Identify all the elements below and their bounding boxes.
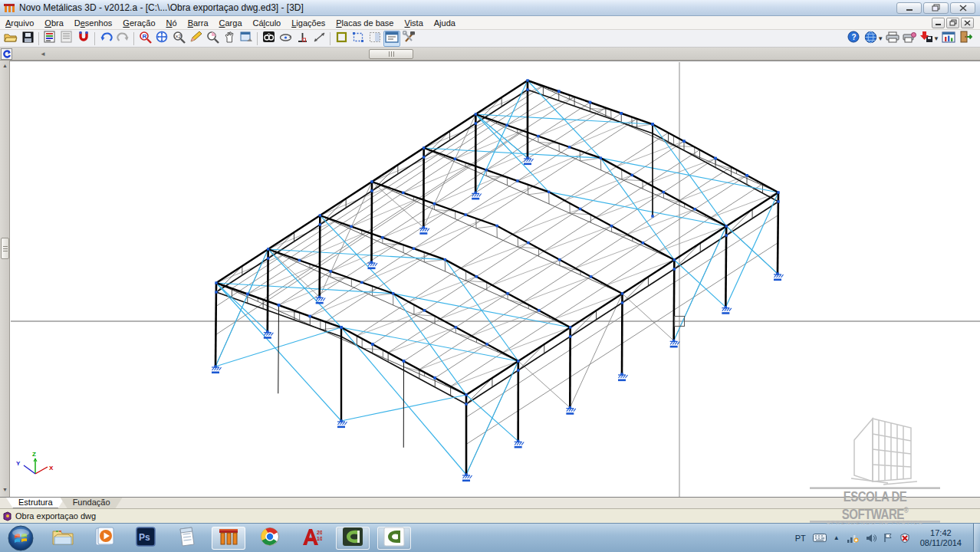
redraw-pencil-button[interactable] [187, 31, 204, 47]
taskbar-metalicas-3d[interactable] [212, 527, 245, 550]
system-tray: PT ▲ 17:42 08/11/2014 [795, 524, 980, 552]
camtasia-2-icon [383, 527, 405, 550]
clock[interactable]: 17:42 08/11/2014 [920, 528, 962, 548]
project-book-icon [2, 511, 12, 521]
menu-arquivo[interactable]: Arquivo [0, 18, 39, 28]
window-title: Novo Metálicas 3D - v2012.a - [C:\...\Ob… [19, 2, 304, 13]
previous-view-icon [240, 31, 253, 46]
undo-icon [100, 31, 113, 46]
taskbar-autocad[interactable]: 2010 [294, 527, 328, 550]
frame-square-button[interactable] [333, 31, 350, 47]
horizontal-scroll-thumb[interactable] [369, 49, 413, 59]
menu-cálculo[interactable]: Cálculo [248, 18, 287, 28]
menu-vista[interactable]: Vista [400, 18, 429, 28]
language-indicator[interactable]: PT [795, 534, 806, 543]
pan-hand-button[interactable] [221, 31, 238, 47]
taskbar-camtasia-2[interactable] [377, 527, 411, 550]
magnet-button[interactable] [75, 31, 92, 47]
network-icon[interactable] [847, 534, 859, 543]
child-minimize-button[interactable] [932, 18, 945, 28]
web-globe-dropdown-arrow[interactable]: ▼ [877, 35, 883, 42]
print-capture-button[interactable] [901, 31, 918, 47]
menu-obra[interactable]: Obra [39, 18, 68, 28]
search-binoculars-button[interactable] [260, 31, 277, 47]
child-restore-button[interactable] [946, 18, 959, 28]
action-center-flag-icon[interactable] [883, 533, 893, 543]
frame-square-icon [336, 31, 347, 46]
start-button[interactable] [6, 524, 35, 552]
zoom-extents-button[interactable] [153, 31, 170, 47]
vertical-scroll-thumb[interactable] [1, 238, 9, 259]
tab-estrutura[interactable]: Estrutura [6, 498, 65, 508]
tools-hammer-button[interactable] [400, 31, 417, 47]
help-icon: ? [847, 31, 860, 46]
selection-box-button[interactable] [350, 31, 367, 47]
vertical-scrollbar[interactable]: ▲ ▼ [0, 61, 10, 497]
save-button[interactable] [19, 31, 36, 47]
taskbar-notepad[interactable] [170, 527, 204, 550]
windows-explorer-icon [51, 527, 74, 549]
open-button[interactable] [2, 31, 19, 47]
measure-button[interactable] [311, 31, 327, 47]
taskbar-media-player[interactable] [87, 527, 121, 550]
export-save-button[interactable] [918, 31, 935, 47]
redo-button[interactable] [114, 31, 131, 47]
report-window-button[interactable] [940, 31, 957, 47]
zoom-real-button[interactable]: R [136, 31, 153, 47]
dialog-pressed-icon [385, 31, 399, 46]
menu-nó[interactable]: Nó [161, 18, 183, 28]
orbit-button[interactable] [277, 31, 294, 47]
previous-view-button[interactable] [238, 31, 255, 47]
zoom-scale-button[interactable]: ×2 [170, 31, 187, 47]
horizontal-scrollbar[interactable]: ◄ [0, 48, 980, 61]
menu-ajuda[interactable]: Ajuda [429, 18, 461, 28]
selection-box-icon [352, 31, 364, 46]
menu-geração[interactable]: Geração [117, 18, 160, 28]
taskbar-camtasia[interactable] [336, 527, 370, 550]
restore-button[interactable] [923, 2, 949, 14]
grid-select-button[interactable] [367, 31, 383, 47]
status-bar: Obra exportaçao dwg [0, 508, 980, 523]
show-hidden-icons[interactable]: ▲ [834, 534, 840, 541]
menu-placas-de-base[interactable]: Placas de base [331, 18, 399, 28]
tab-fundação[interactable]: Fundação [61, 498, 123, 508]
title-bar: Novo Metálicas 3D - v2012.a - [C:\...\Ob… [0, 0, 980, 16]
scroll-left-arrow-icon[interactable]: ◄ [40, 51, 46, 58]
zoom-window-button[interactable] [204, 31, 221, 47]
redo-icon [117, 31, 130, 46]
export-dxf-button[interactable] [41, 31, 58, 47]
exit-door-button[interactable] [957, 31, 974, 47]
scroll-down-arrow-icon[interactable]: ▼ [1, 487, 9, 492]
menu-barra[interactable]: Barra [183, 18, 214, 28]
perpendicular-button[interactable] [294, 31, 311, 47]
redraw-corner-button[interactable] [1, 48, 12, 60]
report-window-icon [942, 31, 955, 46]
lattice-chords [216, 80, 778, 404]
taskbar-windows-explorer[interactable] [46, 527, 80, 550]
undo-button[interactable] [97, 31, 114, 47]
web-globe-button[interactable] [862, 31, 879, 47]
menu-carga[interactable]: Carga [214, 18, 248, 28]
keyboard-icon[interactable] [813, 534, 827, 542]
tools-hammer-icon [403, 31, 416, 46]
menu-ligações[interactable]: Ligações [286, 18, 331, 28]
structure-drawing: ZXY [10, 61, 980, 498]
scroll-up-arrow-icon[interactable]: ▲ [1, 63, 9, 68]
taskbar-chrome[interactable] [253, 527, 287, 550]
dialog-pressed-button[interactable] [383, 31, 400, 47]
volume-icon[interactable] [866, 534, 876, 543]
help-button[interactable]: ? [845, 31, 862, 47]
child-close-button[interactable] [961, 18, 974, 28]
print-button[interactable] [884, 31, 901, 47]
minimize-button[interactable] [896, 2, 922, 14]
taskbar-photoshop[interactable]: Ps [129, 527, 163, 550]
security-alert-icon[interactable] [899, 533, 910, 543]
close-button[interactable] [950, 2, 975, 14]
export-save-dropdown-arrow[interactable]: ▼ [933, 35, 939, 42]
svg-text:R: R [142, 33, 146, 40]
drawing-viewport[interactable]: ZXY [10, 61, 980, 497]
menu-desenhos[interactable]: Desenhos [69, 18, 118, 28]
show-desktop-button[interactable] [973, 524, 980, 552]
open-icon [4, 31, 18, 46]
export-dxf-gray-button[interactable] [58, 31, 75, 47]
